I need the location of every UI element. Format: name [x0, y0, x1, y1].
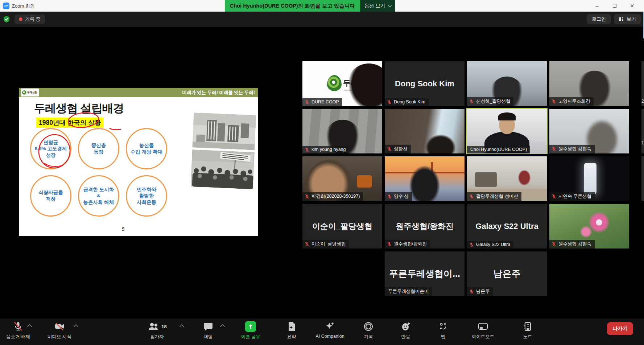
mic-muted-icon: [387, 194, 392, 199]
shared-screen-area: 두레생협 미래가 있는 두레! 미래를 잇는 두레! 두레생협 설립배경 198…: [0, 27, 267, 319]
ai-companion-button[interactable]: AI Companion: [308, 321, 352, 339]
background-object: [475, 172, 497, 187]
maximize-button[interactable]: [606, 0, 623, 12]
participant-name-label: 이순이_팔당생협: [302, 240, 349, 249]
record-button[interactable]: 기록: [355, 321, 381, 340]
participant-tile[interactable]: 남은주 남은주: [467, 251, 547, 296]
participants-button[interactable]: 18 참가자: [136, 321, 178, 340]
participant-name-label: 정향선: [385, 145, 411, 153]
person-silhouette: [345, 63, 382, 106]
participant-tile[interactable]: 영수 심: [385, 156, 465, 201]
gallery-view-icon: [619, 17, 624, 22]
participant-tile[interactable]: 고양파주조희경: [549, 61, 629, 106]
share-screen-button[interactable]: 화면 공유: [234, 321, 267, 340]
participant-tile[interactable]: 두레생 www.dure DURE COOP: [302, 61, 382, 106]
minimize-button[interactable]: –: [589, 0, 606, 12]
participant-tile[interactable]: 정향선: [385, 109, 465, 153]
participant-tile[interactable]: 팔당두레생협 성미선: [467, 156, 547, 201]
recording-indicator[interactable]: 기록 중: [15, 15, 45, 24]
participant-tile[interactable]: Galaxy S22 Ultra Galaxy S22 Ultra: [467, 204, 547, 249]
reactions-button[interactable]: 반응: [393, 321, 418, 340]
participant-name-label: 신성하_팔당생협: [467, 97, 513, 106]
mic-muted-icon: [305, 242, 309, 246]
view-options-button[interactable]: 옵션 보기: [360, 0, 395, 12]
slide-subtitle: 1980년대 한국의 상황: [36, 118, 103, 128]
security-shield-icon[interactable]: [3, 16, 10, 23]
mic-muted-icon: [552, 99, 556, 104]
slide-bubble-1: 연평균 8.6% 고도경제 성장: [30, 128, 71, 169]
participant-tile[interactable]: 원주생협 김현숙: [549, 109, 629, 153]
participant-name-label: 고양파주조희경: [549, 97, 594, 106]
clipped-tile-sliver[interactable]: [641, 61, 644, 106]
whiteboard-button[interactable]: 화이트보드: [465, 321, 501, 340]
participant-name-label: 팔당두레생협 성미선: [467, 192, 521, 201]
clipped-tile-sliver[interactable]: [641, 156, 644, 201]
photo-protest-crowd: [191, 149, 255, 189]
flower-image: [580, 226, 592, 238]
participant-name-label: Galaxy S22 Ultra: [467, 241, 513, 249]
video-off-icon: [54, 321, 65, 332]
notes-button[interactable]: 노트: [515, 321, 540, 340]
recording-dot-icon: [19, 17, 22, 21]
participant-name-label: 남은주: [467, 287, 493, 296]
share-banner-message: Choi Hyunho(DURE COOP)의 화면을 보고 있습니다: [225, 0, 360, 12]
participant-name-label: Dong Sook Kim: [385, 98, 429, 106]
slide-bubble-4: 식량자급률 저하: [30, 175, 71, 217]
mic-muted-icon: [387, 147, 392, 151]
view-button[interactable]: 보기: [614, 14, 641, 24]
participant-name-label: 푸른두레생협이순미: [385, 287, 432, 296]
mic-muted-icon: [469, 99, 474, 104]
slide-title: 두레생협 설립배경: [34, 101, 124, 116]
participant-tile[interactable]: 신성하_팔당생협: [467, 61, 547, 106]
mic-muted-icon: [469, 194, 474, 199]
participant-name-label: 지연숙 푸른생협: [549, 192, 595, 201]
logo-swirl-icon: [22, 90, 26, 95]
start-video-button[interactable]: 비디오 시작: [40, 321, 79, 340]
summary-button[interactable]: 요약: [278, 321, 305, 340]
participant-tile[interactable]: 지연숙 푸른생협: [549, 156, 629, 201]
slide-bubble-2: 중산층 등장: [78, 128, 119, 169]
leave-meeting-button[interactable]: 나가기: [607, 322, 633, 335]
chevron-down-icon: [388, 4, 391, 7]
chat-button[interactable]: 채팅: [195, 321, 221, 340]
mic-muted-icon: [469, 289, 474, 294]
screen-share-banner: Choi Hyunho(DURE COOP)의 화면을 보고 있습니다 옵션 보…: [225, 0, 395, 12]
participant-tile[interactable]: kim young hyang: [302, 109, 382, 153]
dure-coop-logo: 두레생협: [21, 89, 39, 96]
participants-icon: [147, 321, 160, 332]
background-object: [357, 175, 372, 188]
clipped-tile-sliver[interactable]: [641, 109, 644, 153]
window-title: Zoom 회의: [12, 3, 35, 9]
participant-name-label: 원주생협 김현숙: [549, 145, 595, 153]
participant-tile[interactable]: 원주생협/왕화진 원주생협/왕화진: [385, 204, 465, 249]
active-speaker-tile[interactable]: Choi Hyunho(DURE COOP): [467, 109, 547, 153]
panel-resize-handle[interactable]: [251, 153, 253, 164]
chat-icon: [203, 321, 213, 332]
slide-photos: [191, 112, 256, 188]
participant-tile[interactable]: 원주생협 김현숙: [549, 204, 629, 249]
mic-muted-icon: [552, 242, 556, 246]
unmute-button[interactable]: 음소거 해제: [0, 321, 36, 340]
participant-tile[interactable]: Dong Sook Kim Dong Sook Kim: [385, 61, 465, 106]
participant-tile[interactable]: 푸른두레생협이... 푸른두레생협이순미: [385, 251, 465, 296]
participant-name-label: 박경희(202028-350197): [302, 192, 363, 201]
participant-tile[interactable]: 박경희(202028-350197): [302, 156, 382, 201]
presentation-slide: 두레생협 미래가 있는 두레! 미래를 잇는 두레! 두레생협 설립배경 198…: [19, 88, 258, 236]
mic-muted-icon: [387, 242, 392, 246]
participant-name-label: DURE COOP: [302, 98, 342, 106]
mic-muted-icon: [552, 147, 556, 151]
meeting-toolbar: 음소거 해제 비디오 시작 18: [0, 319, 644, 345]
participant-tile[interactable]: 이순이_팔당생협 이순이_팔당생협: [302, 204, 382, 249]
slide-bubble-6: 민주화와 활발한 사회운동: [126, 175, 167, 217]
mic-muted-icon: [387, 100, 392, 104]
participant-count: 18: [161, 324, 166, 329]
apps-button[interactable]: 앱: [432, 321, 454, 340]
login-button[interactable]: 로그인: [587, 14, 611, 24]
participants-options-chevron[interactable]: [179, 324, 184, 329]
close-button[interactable]: ✕: [624, 0, 640, 12]
maximize-icon: [613, 4, 616, 8]
summary-icon: [287, 321, 296, 332]
meeting-control-bar: 기록 중 로그인 보기: [0, 12, 644, 27]
notes-icon: [523, 321, 532, 332]
dure-logo-icon: [327, 75, 342, 91]
